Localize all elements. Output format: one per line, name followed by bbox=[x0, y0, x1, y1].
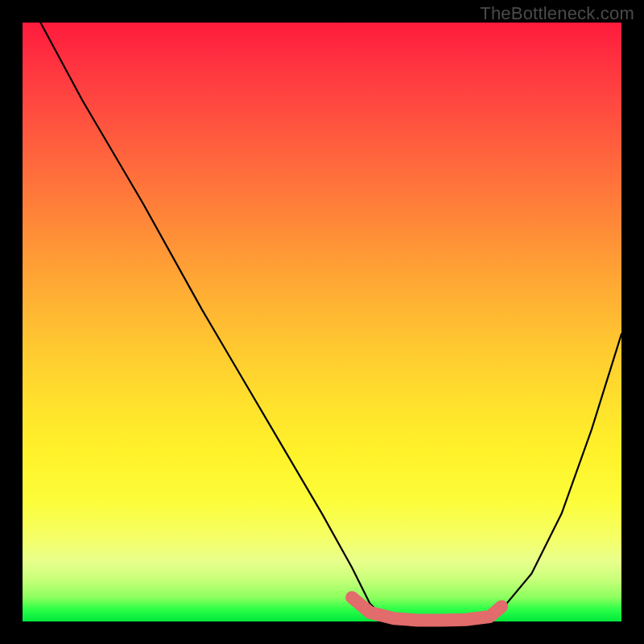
chart-frame: TheBottleneck.com bbox=[0, 0, 644, 644]
bottleneck-curve bbox=[40, 23, 621, 621]
plot-area bbox=[23, 23, 621, 621]
watermark-text: TheBottleneck.com bbox=[480, 3, 634, 24]
sweet-spot-marker bbox=[352, 597, 502, 620]
chart-svg bbox=[23, 23, 621, 621]
